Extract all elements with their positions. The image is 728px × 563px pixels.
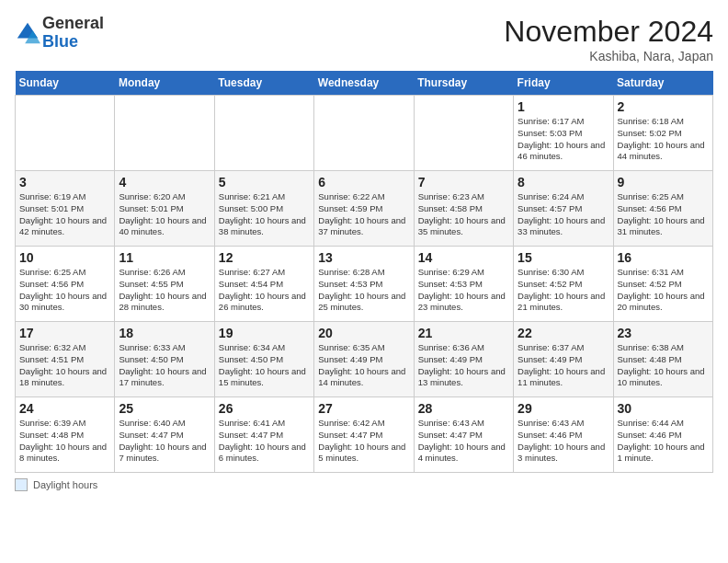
date-number: 29 [518,401,609,416]
cell-info: Sunrise: 6:21 AM Sunset: 5:00 PM Dayligh… [219,191,310,238]
calendar-cell: 9Sunrise: 6:25 AM Sunset: 4:56 PM Daylig… [613,171,712,247]
weekday-header-thursday: Thursday [414,71,513,96]
date-number: 10 [19,250,110,265]
cell-info: Sunrise: 6:23 AM Sunset: 4:58 PM Dayligh… [418,191,509,238]
logo: General Blue [15,15,104,52]
date-number: 17 [19,326,110,340]
cell-info: Sunrise: 6:33 AM Sunset: 4:50 PM Dayligh… [119,342,210,389]
cell-info: Sunrise: 6:31 AM Sunset: 4:52 PM Dayligh… [618,267,709,314]
cell-info: Sunrise: 6:43 AM Sunset: 4:46 PM Dayligh… [518,418,609,465]
calendar-cell: 8Sunrise: 6:24 AM Sunset: 4:57 PM Daylig… [514,171,613,247]
calendar-cell: 4Sunrise: 6:20 AM Sunset: 5:01 PM Daylig… [115,171,214,247]
date-number: 15 [518,250,609,265]
calendar-cell [16,96,115,171]
weekday-header-saturday: Saturday [613,71,712,96]
week-row-3: 10Sunrise: 6:25 AM Sunset: 4:56 PM Dayli… [16,247,713,322]
calendar-cell: 29Sunrise: 6:43 AM Sunset: 4:46 PM Dayli… [514,397,613,473]
date-number: 25 [119,401,210,416]
calendar-cell: 1Sunrise: 6:17 AM Sunset: 5:03 PM Daylig… [514,96,613,171]
calendar-table: SundayMondayTuesdayWednesdayThursdayFrid… [15,71,713,473]
calendar-cell: 14Sunrise: 6:29 AM Sunset: 4:53 PM Dayli… [414,247,513,322]
calendar-cell: 28Sunrise: 6:43 AM Sunset: 4:47 PM Dayli… [414,397,513,473]
date-number: 5 [219,175,310,190]
weekday-header-monday: Monday [115,71,214,96]
cell-info: Sunrise: 6:28 AM Sunset: 4:53 PM Dayligh… [318,267,409,314]
cell-info: Sunrise: 6:41 AM Sunset: 4:47 PM Dayligh… [219,418,310,465]
date-number: 30 [618,401,709,416]
calendar-cell: 23Sunrise: 6:38 AM Sunset: 4:48 PM Dayli… [613,322,712,397]
calendar-cell: 27Sunrise: 6:42 AM Sunset: 4:47 PM Dayli… [314,397,414,473]
date-number: 7 [418,175,509,190]
date-number: 11 [119,250,210,265]
calendar-cell [314,96,414,171]
logo-blue-text: Blue [42,32,78,51]
calendar-cell: 21Sunrise: 6:36 AM Sunset: 4:49 PM Dayli… [414,322,513,397]
cell-info: Sunrise: 6:30 AM Sunset: 4:52 PM Dayligh… [518,267,609,314]
calendar-cell: 7Sunrise: 6:23 AM Sunset: 4:58 PM Daylig… [414,171,513,247]
calendar-cell: 10Sunrise: 6:25 AM Sunset: 4:56 PM Dayli… [16,247,115,322]
title-block: November 2024 Kashiba, Nara, Japan [504,15,713,63]
date-number: 13 [318,250,409,265]
date-number: 23 [618,326,709,340]
cell-info: Sunrise: 6:34 AM Sunset: 4:50 PM Dayligh… [219,342,310,389]
cell-info: Sunrise: 6:36 AM Sunset: 4:49 PM Dayligh… [418,342,509,389]
calendar-cell: 17Sunrise: 6:32 AM Sunset: 4:51 PM Dayli… [16,322,115,397]
date-number: 3 [19,175,110,190]
cell-info: Sunrise: 6:38 AM Sunset: 4:48 PM Dayligh… [618,342,709,389]
calendar-cell: 25Sunrise: 6:40 AM Sunset: 4:47 PM Dayli… [115,397,214,473]
date-number: 27 [318,401,409,416]
location: Kashiba, Nara, Japan [504,49,713,63]
cell-info: Sunrise: 6:18 AM Sunset: 5:02 PM Dayligh… [618,116,709,163]
date-number: 16 [618,250,709,265]
page: General Blue November 2024 Kashiba, Nara… [0,0,728,506]
weekday-header-row: SundayMondayTuesdayWednesdayThursdayFrid… [16,71,713,96]
calendar-cell: 11Sunrise: 6:26 AM Sunset: 4:55 PM Dayli… [115,247,214,322]
week-row-4: 17Sunrise: 6:32 AM Sunset: 4:51 PM Dayli… [16,322,713,397]
logo-general-text: General [42,14,104,32]
date-number: 26 [219,401,310,416]
cell-info: Sunrise: 6:25 AM Sunset: 4:56 PM Dayligh… [618,191,709,238]
header: General Blue November 2024 Kashiba, Nara… [15,15,713,63]
date-number: 8 [518,175,609,190]
calendar-cell: 6Sunrise: 6:22 AM Sunset: 4:59 PM Daylig… [314,171,414,247]
date-number: 22 [518,326,609,340]
calendar-cell: 16Sunrise: 6:31 AM Sunset: 4:52 PM Dayli… [613,247,712,322]
date-number: 9 [618,175,709,190]
date-number: 14 [418,250,509,265]
calendar-cell: 15Sunrise: 6:30 AM Sunset: 4:52 PM Dayli… [514,247,613,322]
week-row-2: 3Sunrise: 6:19 AM Sunset: 5:01 PM Daylig… [16,171,713,247]
cell-info: Sunrise: 6:37 AM Sunset: 4:49 PM Dayligh… [518,342,609,389]
week-row-5: 24Sunrise: 6:39 AM Sunset: 4:48 PM Dayli… [16,397,713,473]
calendar-cell: 30Sunrise: 6:44 AM Sunset: 4:46 PM Dayli… [613,397,712,473]
calendar-cell: 13Sunrise: 6:28 AM Sunset: 4:53 PM Dayli… [314,247,414,322]
cell-info: Sunrise: 6:24 AM Sunset: 4:57 PM Dayligh… [518,191,609,238]
cell-info: Sunrise: 6:17 AM Sunset: 5:03 PM Dayligh… [518,116,609,163]
cell-info: Sunrise: 6:20 AM Sunset: 5:01 PM Dayligh… [119,191,210,238]
cell-info: Sunrise: 6:19 AM Sunset: 5:01 PM Dayligh… [19,191,110,238]
logo-text: General Blue [42,15,104,52]
cell-info: Sunrise: 6:32 AM Sunset: 4:51 PM Dayligh… [19,342,110,389]
cell-info: Sunrise: 6:22 AM Sunset: 4:59 PM Dayligh… [318,191,409,238]
calendar-cell [214,96,313,171]
cell-info: Sunrise: 6:25 AM Sunset: 4:56 PM Dayligh… [19,267,110,314]
legend-label: Daylight hours [33,479,97,490]
date-number: 18 [119,326,210,340]
calendar-cell: 20Sunrise: 6:35 AM Sunset: 4:49 PM Dayli… [314,322,414,397]
calendar-cell [414,96,513,171]
calendar-cell: 22Sunrise: 6:37 AM Sunset: 4:49 PM Dayli… [514,322,613,397]
cell-info: Sunrise: 6:43 AM Sunset: 4:47 PM Dayligh… [418,418,509,465]
calendar-cell: 12Sunrise: 6:27 AM Sunset: 4:54 PM Dayli… [214,247,313,322]
weekday-header-tuesday: Tuesday [214,71,313,96]
date-number: 20 [318,326,409,340]
calendar-cell: 24Sunrise: 6:39 AM Sunset: 4:48 PM Dayli… [16,397,115,473]
date-number: 19 [219,326,310,340]
calendar-cell: 18Sunrise: 6:33 AM Sunset: 4:50 PM Dayli… [115,322,214,397]
calendar-cell: 2Sunrise: 6:18 AM Sunset: 5:02 PM Daylig… [613,96,712,171]
date-number: 24 [19,401,110,416]
date-number: 1 [518,99,609,114]
cell-info: Sunrise: 6:35 AM Sunset: 4:49 PM Dayligh… [318,342,409,389]
cell-info: Sunrise: 6:29 AM Sunset: 4:53 PM Dayligh… [418,267,509,314]
weekday-header-friday: Friday [514,71,613,96]
cell-info: Sunrise: 6:42 AM Sunset: 4:47 PM Dayligh… [318,418,409,465]
cell-info: Sunrise: 6:44 AM Sunset: 4:46 PM Dayligh… [618,418,709,465]
